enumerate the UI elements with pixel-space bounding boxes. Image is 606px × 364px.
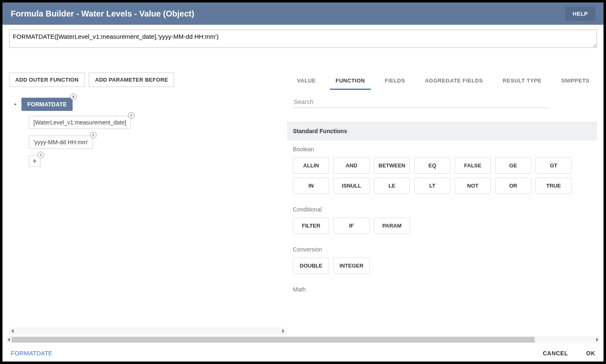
conditional-chips: FILTERIFPARAM (293, 218, 591, 234)
group-boolean: Boolean ALLINANDBETWEENEQFALSEGEGTINISNU… (287, 140, 597, 200)
left-actions: ADD OUTER FUNCTION ADD PARAMETER BEFORE (9, 73, 287, 87)
function-chip-between[interactable]: BETWEEN (374, 157, 410, 174)
function-chip-lt[interactable]: LT (414, 178, 450, 194)
tree-node-root[interactable]: FORMATDATE x (21, 98, 73, 111)
function-chip-if[interactable]: IF (333, 218, 370, 234)
function-panel[interactable]: Standard Functions Boolean ALLINANDBETWE… (287, 90, 597, 334)
group-boolean-title: Boolean (293, 146, 591, 153)
footer: FORMATDATE CANCEL OK (2, 343, 604, 362)
group-conditional: Conditional FILTERIFPARAM (287, 200, 597, 240)
ok-button[interactable]: OK (586, 350, 595, 357)
function-chip-gt[interactable]: GT (535, 157, 572, 174)
tab-result-type[interactable]: RESULT TYPE (497, 73, 547, 90)
function-chip-ge[interactable]: GE (495, 157, 531, 174)
search-wrap (287, 91, 597, 122)
conversion-chips: DOUBLEINTEGER (293, 258, 591, 274)
scrollbar-thumb[interactable] (12, 337, 535, 343)
function-chip-and[interactable]: AND (333, 157, 370, 174)
section-standard-functions: Standard Functions (287, 122, 597, 140)
tab-value[interactable]: VALUE (291, 73, 322, 90)
help-button[interactable]: HELP (565, 7, 595, 21)
tree-children: [WaterLevel_v1:measurement_date] x 'yyyy… (29, 116, 287, 167)
formula-builder-window: Formula Builder - Water Levels - Value (… (2, 2, 604, 362)
tree-node-param1-label: [WaterLevel_v1:measurement_date] (33, 119, 126, 126)
function-chip-not[interactable]: NOT (455, 178, 491, 194)
add-parameter-before-button[interactable]: ADD PARAMETER BEFORE (89, 73, 174, 87)
group-math-title: Math (293, 286, 591, 293)
function-chip-integer[interactable]: INTEGER (333, 258, 370, 274)
window-title: Formula Builder - Water Levels - Value (… (11, 9, 194, 19)
tree-node-root-label: FORMATDATE (27, 101, 67, 108)
tab-snippets[interactable]: SNIPPETS (556, 73, 595, 90)
header: Formula Builder - Water Levels - Value (… (2, 2, 604, 25)
formula-input[interactable] (9, 30, 597, 48)
left-scroll-spacer (9, 174, 287, 328)
group-math: Math (287, 280, 597, 304)
tabs: VALUE FUNCTION FIELDS AGGREGATE FIELDS R… (287, 73, 597, 90)
search-input[interactable] (293, 96, 549, 108)
tree-node-param2[interactable]: 'yyyy-MM-dd HH:mm' x (29, 136, 93, 149)
function-chip-in[interactable]: IN (293, 178, 329, 194)
add-parameter-plus[interactable]: + x (29, 155, 40, 167)
group-conditional-title: Conditional (293, 206, 591, 213)
tab-function[interactable]: FUNCTION (330, 73, 371, 90)
right-pane: VALUE FUNCTION FIELDS AGGREGATE FIELDS R… (287, 73, 597, 334)
tree-node-param2-label: 'yyyy-MM-dd HH:mm' (33, 139, 88, 146)
formula-row (2, 25, 604, 52)
footer-actions: CANCEL OK (543, 350, 595, 357)
boolean-chips: ALLINANDBETWEENEQFALSEGEGTINISNULLLELTNO… (293, 157, 591, 194)
formula-tree: - FORMATDATE x [WaterLevel_v1:measuremen… (9, 98, 287, 174)
footer-hint: FORMATDATE (11, 350, 52, 357)
close-icon[interactable]: x (38, 152, 44, 158)
tree-node-param1[interactable]: [WaterLevel_v1:measurement_date] x (29, 116, 131, 129)
function-chip-or[interactable]: OR (495, 178, 531, 194)
function-chip-isnull[interactable]: ISNULL (333, 178, 370, 194)
function-chip-double[interactable]: DOUBLE (293, 258, 329, 274)
tab-fields[interactable]: FIELDS (379, 73, 411, 90)
close-icon[interactable]: x (70, 94, 77, 100)
close-icon[interactable]: x (128, 112, 134, 119)
function-chip-le[interactable]: LE (374, 178, 410, 194)
left-hscrollbar[interactable] (9, 328, 287, 334)
function-chip-filter[interactable]: FILTER (293, 218, 329, 234)
add-outer-function-button[interactable]: ADD OUTER FUNCTION (9, 73, 85, 87)
close-icon[interactable]: x (90, 132, 97, 139)
bottom-hscrollbar[interactable] (7, 336, 599, 343)
function-chip-param[interactable]: PARAM (374, 218, 410, 234)
tree-collapse-toggle[interactable]: - (9, 98, 21, 110)
cancel-button[interactable]: CANCEL (543, 350, 568, 357)
plus-icon: + (33, 157, 37, 165)
function-chip-allin[interactable]: ALLIN (293, 157, 329, 174)
group-conversion-title: Conversion (293, 246, 591, 253)
function-chip-true[interactable]: TRUE (535, 178, 572, 194)
tab-aggregate-fields[interactable]: AGGREGATE FIELDS (419, 73, 489, 90)
left-pane: ADD OUTER FUNCTION ADD PARAMETER BEFORE … (9, 73, 287, 334)
group-conversion: Conversion DOUBLEINTEGER (287, 240, 597, 280)
function-chip-false[interactable]: FALSE (455, 157, 491, 174)
function-chip-eq[interactable]: EQ (414, 157, 450, 174)
content: ADD OUTER FUNCTION ADD PARAMETER BEFORE … (2, 52, 604, 334)
